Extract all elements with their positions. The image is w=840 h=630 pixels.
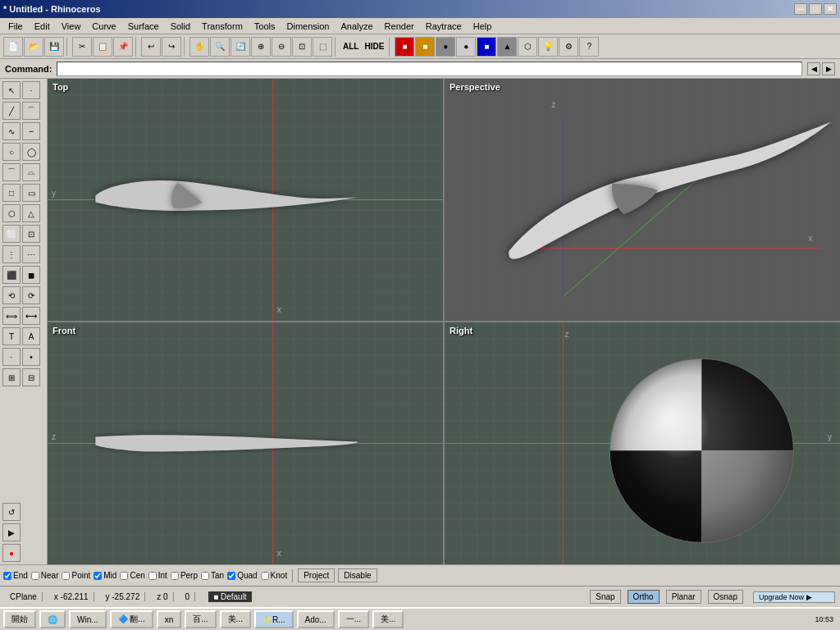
zoom-fit-button[interactable]: ⊡: [292, 37, 312, 57]
play-icon[interactable]: ▶: [2, 523, 21, 541]
solid-sub-icon[interactable]: ◼: [22, 266, 40, 284]
surface-icon[interactable]: ⬜: [2, 225, 21, 243]
text-icon[interactable]: T: [2, 327, 21, 345]
viewport-right[interactable]: Right: [445, 322, 840, 564]
mei1-button[interactable]: 美...: [220, 610, 251, 628]
mesh-sub-icon[interactable]: ⋯: [22, 245, 40, 263]
upgrade-button[interactable]: Upgrade Now ▶: [753, 591, 835, 603]
snap-tan[interactable]: Tan: [201, 571, 224, 580]
help-icon-button[interactable]: ?: [579, 37, 599, 57]
menu-raytrace[interactable]: Raytrace: [421, 20, 467, 33]
curve-sub-icon[interactable]: ⌢: [22, 122, 40, 140]
color2-button[interactable]: ■: [415, 37, 435, 57]
xn-button[interactable]: xn: [157, 610, 182, 628]
material-button[interactable]: ⬡: [518, 37, 537, 57]
rhino-button[interactable]: ✨R...: [254, 610, 294, 628]
transform-icon[interactable]: ⟲: [2, 286, 21, 304]
zoom-win-button[interactable]: ⬚: [313, 37, 332, 57]
color5-button[interactable]: ■: [477, 37, 496, 57]
snap-perp[interactable]: Perp: [171, 571, 198, 580]
snap-end[interactable]: End: [3, 571, 28, 580]
color1-button[interactable]: ■: [395, 37, 414, 57]
ado-button[interactable]: Ado...: [297, 610, 335, 628]
light-button[interactable]: 💡: [538, 37, 558, 57]
color6-button[interactable]: ▲: [497, 37, 517, 57]
select-sub-icon[interactable]: ·: [22, 81, 40, 99]
surface-sub-icon[interactable]: ⊡: [22, 225, 40, 243]
draw-sub-icon[interactable]: ⌒: [22, 102, 40, 120]
redo-button[interactable]: ↪: [162, 37, 181, 57]
extra-icon[interactable]: ⊞: [2, 368, 21, 386]
mesh-icon[interactable]: ⋮: [2, 245, 21, 263]
snap-cen[interactable]: Cen: [120, 571, 144, 580]
select-icon[interactable]: ↖: [2, 81, 21, 99]
maximize-button[interactable]: □: [809, 3, 822, 15]
circle-icon[interactable]: ○: [2, 143, 21, 161]
rec-icon[interactable]: ●: [2, 544, 21, 562]
command-input[interactable]: [57, 62, 802, 76]
color3-button[interactable]: ●: [436, 37, 455, 57]
color4-button[interactable]: ●: [456, 37, 476, 57]
viewport-perspective[interactable]: Perspective: [445, 79, 840, 321]
snap-near[interactable]: Near: [31, 571, 59, 580]
extra-sub-icon[interactable]: ⊟: [22, 368, 40, 386]
close-button[interactable]: ✕: [824, 3, 837, 15]
new-button[interactable]: 📄: [3, 37, 23, 57]
cmd-prev-button[interactable]: ◀: [807, 62, 820, 75]
snap-point[interactable]: Point: [62, 571, 90, 580]
transform-sub-icon[interactable]: ⟳: [22, 286, 40, 304]
zoom-out-button[interactable]: ⊖: [272, 37, 291, 57]
translate-button[interactable]: 🔷 翻...: [110, 610, 153, 628]
menu-edit[interactable]: Edit: [30, 20, 55, 33]
copy-button[interactable]: 📋: [93, 37, 112, 57]
paste-button[interactable]: 📌: [113, 37, 133, 57]
snap-int[interactable]: Int: [148, 571, 167, 580]
menu-solid[interactable]: Solid: [166, 20, 195, 33]
open-button[interactable]: 📂: [24, 37, 43, 57]
dim-icon[interactable]: ⟺: [2, 307, 21, 325]
ie-button[interactable]: 🌐: [39, 610, 66, 628]
start-button[interactable]: 開始: [3, 610, 36, 628]
rotate-button[interactable]: 🔄: [231, 37, 250, 57]
one-button[interactable]: 一...: [338, 610, 369, 628]
rect-sub-icon[interactable]: ▭: [22, 184, 40, 202]
dot-icon[interactable]: ·: [2, 348, 21, 366]
disable-button[interactable]: Disable: [338, 568, 377, 582]
menu-surface[interactable]: Surface: [123, 20, 164, 33]
menu-view[interactable]: View: [57, 20, 86, 33]
snap-quad[interactable]: Quad: [227, 571, 257, 580]
osnap-toggle[interactable]: Osnap: [708, 590, 743, 604]
draw-icon[interactable]: ╱: [2, 102, 21, 120]
planar-toggle[interactable]: Planar: [666, 590, 701, 604]
zoom-button[interactable]: 🔍: [210, 37, 230, 57]
nav-icon[interactable]: ↺: [2, 503, 21, 521]
menu-help[interactable]: Help: [468, 20, 497, 33]
menu-file[interactable]: File: [3, 20, 28, 33]
snap-toggle[interactable]: Snap: [590, 590, 620, 604]
bai-button[interactable]: 百...: [185, 610, 216, 628]
menu-curve[interactable]: Curve: [87, 20, 121, 33]
viewport-front[interactable]: Front: [48, 322, 443, 564]
menu-render[interactable]: Render: [380, 20, 419, 33]
snap-knot[interactable]: Knot: [261, 571, 288, 580]
win-button[interactable]: Win...: [69, 610, 107, 628]
poly-icon[interactable]: ⬡: [2, 204, 21, 222]
dot-sub-icon[interactable]: •: [22, 348, 40, 366]
props-button[interactable]: ⚙: [559, 37, 578, 57]
cut-button[interactable]: ✂: [72, 37, 92, 57]
minimize-button[interactable]: —: [794, 3, 807, 15]
rect-icon[interactable]: □: [2, 184, 21, 202]
ortho-toggle[interactable]: Ortho: [628, 590, 660, 604]
circle-sub-icon[interactable]: ◯: [22, 143, 40, 161]
zoom-in-button[interactable]: ⊕: [251, 37, 271, 57]
project-button[interactable]: Project: [298, 568, 335, 582]
curve-icon[interactable]: ∿: [2, 122, 21, 140]
cmd-next-button[interactable]: ▶: [822, 62, 835, 75]
dim-sub-icon[interactable]: ⟷: [22, 307, 40, 325]
arc-icon[interactable]: ⌒: [2, 163, 21, 181]
poly-sub-icon[interactable]: △: [22, 204, 40, 222]
text-sub-icon[interactable]: A: [22, 327, 40, 345]
snap-mid[interactable]: Mid: [94, 571, 116, 580]
arc-sub-icon[interactable]: ⌓: [22, 163, 40, 181]
menu-dimension[interactable]: Dimension: [282, 20, 335, 33]
